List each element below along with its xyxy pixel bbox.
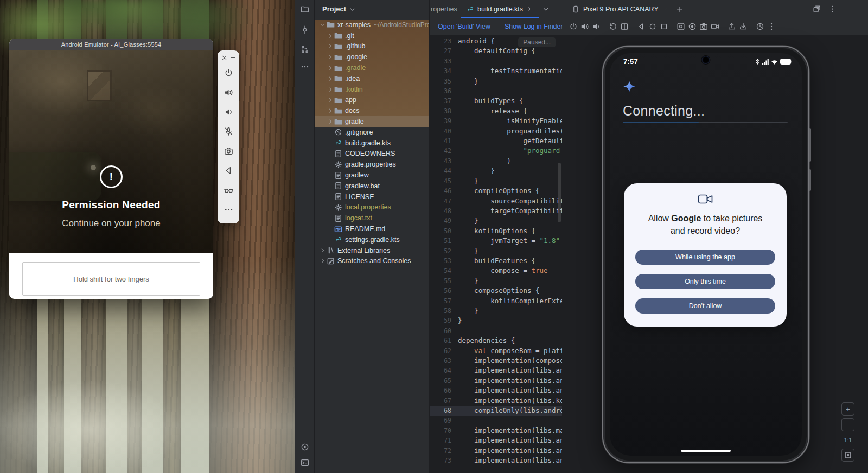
power-button[interactable]	[569, 22, 578, 31]
code-line-64[interactable]: 64 implementation(libs.andr	[430, 366, 562, 375]
more-tool-button[interactable]	[301, 62, 309, 73]
tree-item-gradle[interactable]: .gradle	[315, 62, 429, 73]
code-line-41[interactable]: 41 getDefaultPr	[430, 136, 562, 146]
editor-tab-roperties[interactable]: roperties	[430, 0, 461, 18]
device-screen[interactable]: 7:57 Connecting...	[610, 53, 802, 456]
tree-item-logcat-txt[interactable]: logcat.txt	[315, 213, 429, 223]
code-line-50[interactable]: 50 kotlinOptions {	[430, 226, 562, 236]
tree-item-google[interactable]: .google	[315, 52, 429, 62]
code-line-38[interactable]: 38 release {	[430, 106, 562, 116]
code-line-48[interactable]: 48 targetCompatibility	[430, 206, 562, 216]
code-line-53[interactable]: 53 buildFeatures {	[430, 256, 562, 266]
home-button[interactable]	[648, 22, 657, 31]
code-line-27[interactable]: 27 defaultConfig {	[430, 46, 562, 56]
camera-button[interactable]	[224, 146, 233, 156]
code-line-42[interactable]: 42 "proguard-ru	[430, 146, 562, 156]
chevron-right-icon[interactable]	[327, 118, 334, 125]
zoom-in-button[interactable]: +	[841, 402, 854, 416]
zoom-out-button[interactable]: −	[841, 418, 854, 431]
camera-button[interactable]	[699, 22, 708, 31]
new-device-tab-button[interactable]	[676, 5, 684, 13]
tree-item-app[interactable]: app	[315, 95, 429, 106]
record-button[interactable]	[687, 22, 697, 31]
code-line-67[interactable]: 67 implementation(libs.kotl	[430, 396, 562, 406]
chevron-right-icon[interactable]	[327, 86, 334, 93]
code-line-71[interactable]: 71 implementation(libs.andr	[430, 436, 562, 445]
chevron-right-icon[interactable]	[319, 258, 327, 264]
code-line-46[interactable]: 46 compileOptions {	[430, 186, 562, 196]
rotate-left-button[interactable]	[608, 22, 617, 31]
code-line-44[interactable]: 44 }	[430, 166, 562, 176]
code-line-54[interactable]: 54 compose = true	[430, 266, 562, 276]
overview-button[interactable]	[659, 22, 668, 31]
code-line-49[interactable]: 49 }	[430, 216, 562, 226]
code-line-35[interactable]: 35 }	[430, 76, 562, 86]
code-editor[interactable]: 23android {27 defaultConfig {3334 testIn…	[430, 35, 562, 473]
device-tab-pixel-9-pro[interactable]: Pixel 9 Pro API CANARY	[567, 0, 674, 18]
project-tool-button[interactable]	[301, 5, 309, 16]
hide-button[interactable]	[844, 5, 852, 13]
close-button[interactable]	[221, 54, 228, 61]
video-button[interactable]	[710, 22, 719, 31]
editor-tab-build-gradle-kts[interactable]: build.gradle.kts	[461, 0, 539, 18]
code-line-33[interactable]: 33	[430, 56, 562, 66]
tree-item-settings-gradle-kts[interactable]: settings.gradle.kts	[315, 234, 429, 245]
code-line-60[interactable]: 60	[430, 326, 562, 336]
volume-up-button[interactable]	[580, 22, 589, 31]
project-panel-header[interactable]: Project	[315, 0, 429, 18]
code-line-36[interactable]: 36	[430, 86, 562, 96]
emulator-screen[interactable]: ! Permission Needed Continue on your pho…	[9, 50, 213, 253]
while-using-the-app-button[interactable]: While using the app	[635, 250, 775, 265]
code-line-58[interactable]: 58 }	[430, 306, 562, 316]
tree-item-gitignore[interactable]: .gitignore	[315, 127, 429, 138]
don-t-allow-button[interactable]: Don't allow	[635, 298, 775, 314]
chevron-right-icon[interactable]	[319, 247, 327, 254]
code-line-65[interactable]: 65 implementation(libs.andr	[430, 376, 562, 386]
chevron-right-icon[interactable]	[327, 65, 334, 71]
back-button[interactable]	[224, 166, 233, 175]
zoom-actual-button[interactable]: 1:1	[842, 434, 854, 446]
close-tab-icon[interactable]	[527, 6, 533, 12]
code-line-72[interactable]: 72 implementation(libs.andr	[430, 446, 562, 456]
chevron-down-icon[interactable]	[319, 22, 327, 28]
structure-tool-button[interactable]	[301, 45, 309, 56]
device-explorer-tool-button[interactable]	[301, 443, 309, 453]
tree-item-gradle[interactable]: gradle	[315, 116, 429, 127]
chevron-right-icon[interactable]	[327, 43, 334, 49]
volume-down-button[interactable]	[591, 22, 601, 31]
code-line-68[interactable]: 68 compileOnly(libs.android	[430, 406, 562, 416]
code-line-52[interactable]: 52 }	[430, 246, 562, 256]
popout-button[interactable]	[813, 5, 821, 13]
tree-item-gradle-properties[interactable]: gradle.properties	[315, 159, 429, 170]
back-button[interactable]	[636, 22, 646, 31]
zoom-fit-button[interactable]	[841, 449, 854, 462]
code-line-57[interactable]: 57 kotlinCompilerExtens	[430, 296, 562, 306]
tree-item-idea[interactable]: .idea	[315, 73, 429, 84]
fold-button[interactable]	[620, 22, 629, 31]
chevron-right-icon[interactable]	[327, 54, 334, 60]
code-line-61[interactable]: 61dependencies {	[430, 336, 562, 346]
chevron-right-icon[interactable]	[327, 97, 334, 103]
code-line-37[interactable]: 37 buildTypes {	[430, 96, 562, 106]
code-line-63[interactable]: 63 implementation(composeBo	[430, 356, 562, 366]
chevron-right-icon[interactable]	[327, 75, 334, 82]
tree-item-codeowners[interactable]: CODEOWNERS	[315, 149, 429, 159]
more-button[interactable]	[224, 205, 233, 214]
tree-item-xr-samples[interactable]: xr-samples~/AndroidStudioProj	[315, 20, 429, 30]
code-line-55[interactable]: 55 }	[430, 276, 562, 286]
more-button[interactable]	[767, 22, 776, 31]
download-button[interactable]	[738, 22, 748, 31]
code-line-73[interactable]: 73 implementation(libs.andr	[430, 456, 562, 465]
screenshot-button[interactable]	[676, 22, 685, 31]
chevron-down-icon[interactable]	[349, 6, 356, 13]
tree-item-local-properties[interactable]: local.properties	[315, 202, 429, 213]
tree-item-gradlew[interactable]: gradlew	[315, 170, 429, 181]
code-line-45[interactable]: 45 }	[430, 176, 562, 186]
code-line-56[interactable]: 56 composeOptions {	[430, 286, 562, 296]
tree-item-kotlin[interactable]: .kotlin	[315, 84, 429, 95]
tree-item-readme-md[interactable]: README.md	[315, 223, 429, 234]
tree-item-github[interactable]: .github	[315, 41, 429, 52]
code-line-34[interactable]: 34 testInstrumentationR	[430, 66, 562, 76]
tree-item-gradlew-bat[interactable]: gradlew.bat	[315, 181, 429, 191]
code-line-66[interactable]: 66 implementation(libs.andr	[430, 386, 562, 395]
